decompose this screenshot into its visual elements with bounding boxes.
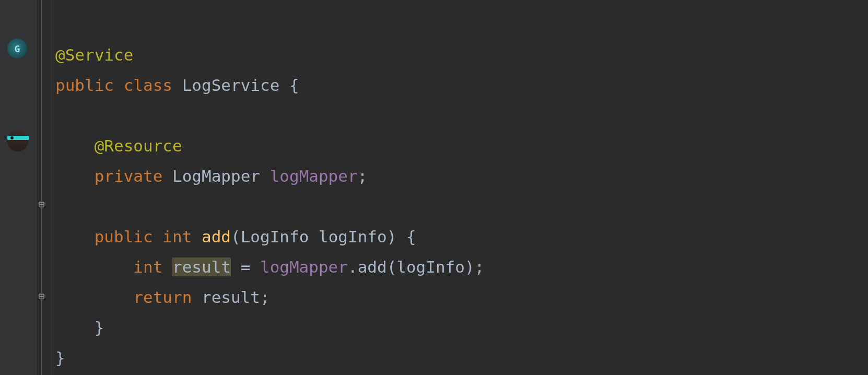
brace-token: } [95,318,104,337]
paren-token: ( [387,257,397,276]
type-token: LogInfo [241,227,309,246]
code-line: public class LogService { [55,76,299,95]
keyword-token: private [95,167,163,185]
fold-toggle-icon[interactable]: ⊟ [37,291,46,301]
ninja-icon [7,131,28,151]
field-token: logMapper [270,167,358,185]
keyword-token: public [55,76,114,95]
paren-token: ) [465,257,475,276]
annotation-token: @Service [55,45,133,64]
method-name-token: add [202,227,231,246]
swirl-icon: G [7,39,27,58]
keyword-token: int [162,227,192,246]
annotation-token: @Resource [95,136,182,155]
class-name-token: LogService [182,76,280,95]
code-line: public int add(LogInfo logInfo) { [55,227,416,246]
mybatis-mapper-gutter-icon[interactable] [7,131,28,151]
code-line: } [55,348,65,367]
code-line: private LogMapper logMapper; [55,167,367,185]
keyword-token: class [124,76,172,95]
param-token: logInfo [319,227,387,246]
fold-toggle-icon[interactable]: ⊟ [37,200,46,209]
type-token: LogMapper [172,167,260,185]
editor-gutter: G ▶ ▶ [0,0,37,375]
paren-token: ) [387,227,397,246]
code-line: } [55,318,104,337]
keyword-token: int [133,257,162,276]
operator-token: = [231,257,260,276]
spring-service-gutter-icon[interactable]: G [7,39,28,60]
method-call-token: add [358,257,387,276]
keyword-token: return [133,288,192,307]
code-line: int result = logMapper.add(logInfo); [55,257,484,276]
variable-token: result [202,288,260,307]
brace-token: } [55,348,65,367]
code-line: @Resource [55,136,182,155]
semicolon-token: ; [358,167,368,185]
code-line [55,106,65,125]
code-line: return result; [55,288,270,307]
code-fold-gutter: ⊟ ⊟ [37,0,52,375]
brace-token: { [279,76,299,95]
code-editor[interactable]: @Service public class LogService { @Reso… [52,0,868,375]
paren-token: ( [231,227,241,246]
variable-token: result [172,257,231,276]
brace-token: { [396,227,416,246]
semicolon-token: ; [260,288,270,307]
arg-token: logInfo [396,257,465,276]
semicolon-token: ; [475,257,485,276]
highlighted-variable: result [172,257,231,276]
code-line: @Service [55,45,133,64]
keyword-token: public [95,227,153,246]
code-line [55,197,65,216]
field-ref-token: logMapper [260,257,348,276]
dot-token: . [348,257,358,276]
